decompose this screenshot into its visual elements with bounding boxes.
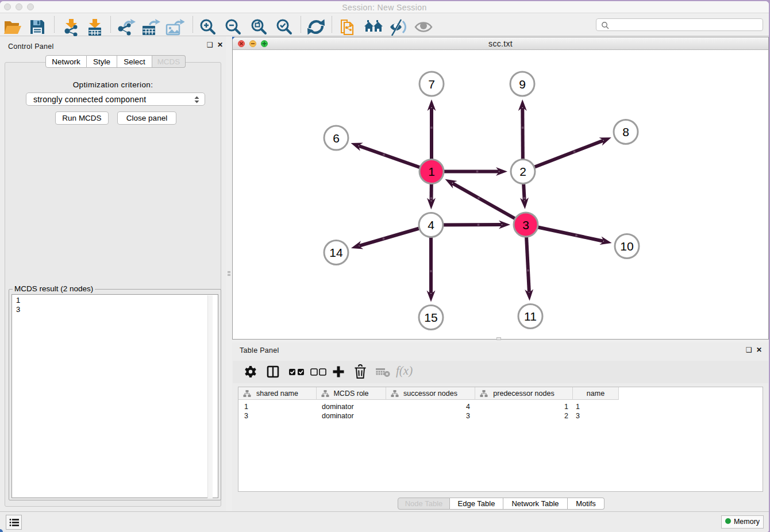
- svg-text:15: 15: [424, 311, 437, 324]
- svg-text:10: 10: [620, 240, 633, 253]
- svg-text:4: 4: [428, 218, 434, 232]
- svg-text:2: 2: [519, 165, 526, 178]
- svg-text:6: 6: [333, 132, 340, 145]
- svg-text:9: 9: [519, 78, 526, 91]
- svg-text:7: 7: [428, 78, 435, 91]
- svg-text:1: 1: [428, 165, 435, 178]
- svg-text:8: 8: [622, 125, 629, 138]
- svg-text:14: 14: [329, 246, 343, 259]
- svg-text:3: 3: [522, 218, 529, 232]
- svg-text:11: 11: [524, 310, 537, 323]
